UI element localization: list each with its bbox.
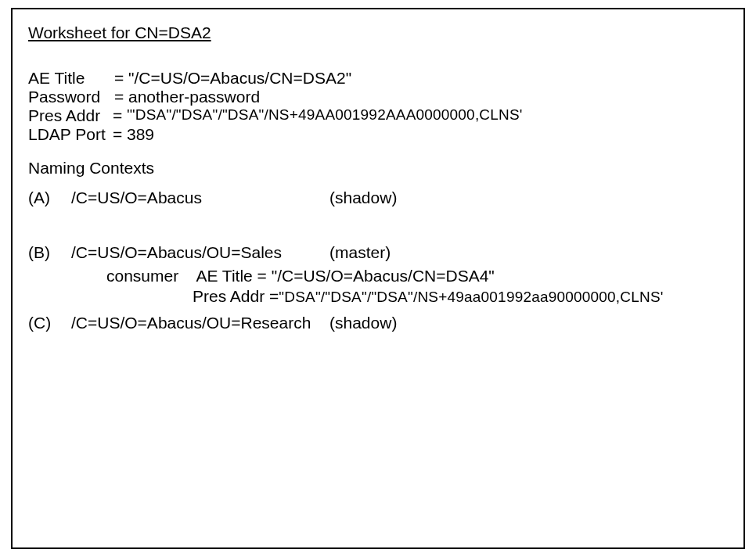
consumer-ae-label: AE Title = [196,267,266,285]
page: Worksheet for CN=DSA2 AE Title = "/C=US/… [0,0,756,560]
password-row: Password = another-password [28,88,728,106]
consumer-label: consumer [106,267,178,285]
context-a-role: (shadow) [329,188,397,207]
context-c-letter: (C) [28,314,71,332]
context-a-row: (A) /C=US/O=Abacus (shadow) [28,188,728,207]
properties-block: AE Title = "/C=US/O=Abacus/CN=DSA2" Pass… [28,69,728,145]
ae-title-value: "/C=US/O=Abacus/CN=DSA2" [128,69,351,88]
equals-sign: = [114,69,128,88]
ldap-port-label: LDAP Port [28,125,113,144]
context-a-letter: (A) [28,188,71,207]
password-label: Password [28,88,114,106]
context-b-row: (B) /C=US/O=Abacus/OU=Sales (master) [28,243,728,262]
naming-contexts-header: Naming Contexts [28,159,728,178]
context-c-path: /C=US/O=Abacus/OU=Research [71,314,329,332]
context-b-role: (master) [329,243,391,262]
equals-sign: = [114,88,128,106]
context-c-row: (C) /C=US/O=Abacus/OU=Research (shadow) [28,314,728,332]
context-b-path: /C=US/O=Abacus/OU=Sales [71,243,329,262]
pres-addr-row: Pres Addr = '"DSA"/"DSA"/"DSA"/NS+49AA00… [28,106,728,125]
equals-sign: = [113,125,127,144]
worksheet-title: Worksheet for CN=DSA2 [28,23,728,42]
consumer-pres-label: Pres Addr = [193,287,279,305]
context-b-letter: (B) [28,243,71,262]
ldap-port-value: 389 [127,125,154,144]
ae-title-label: AE Title [28,69,114,88]
spacer [28,212,728,243]
worksheet-box: Worksheet for CN=DSA2 AE Title = "/C=US/… [11,8,745,549]
context-c-role: (shadow) [329,314,397,332]
pres-addr-label: Pres Addr [28,106,113,125]
context-b-consumer-ae: consumer AE Title = "/C=US/O=Abacus/CN=D… [28,267,728,285]
equals-sign: = [113,106,127,125]
password-value: another-password [128,88,260,106]
ae-title-row: AE Title = "/C=US/O=Abacus/CN=DSA2" [28,69,728,88]
context-b-consumer-pres: Pres Addr ="DSA"/"DSA"/"DSA"/NS+49aa0019… [28,287,728,306]
consumer-ae-value: "/C=US/O=Abacus/CN=DSA4" [272,267,495,285]
ldap-port-row: LDAP Port = 389 [28,125,728,144]
context-a-path: /C=US/O=Abacus [71,188,329,207]
consumer-pres-value: "DSA"/"DSA"/"DSA"/NS+49aa001992aa9000000… [279,289,663,305]
pres-addr-value: '"DSA"/"DSA"/"DSA"/NS+49AA001992AAA00000… [127,106,523,125]
